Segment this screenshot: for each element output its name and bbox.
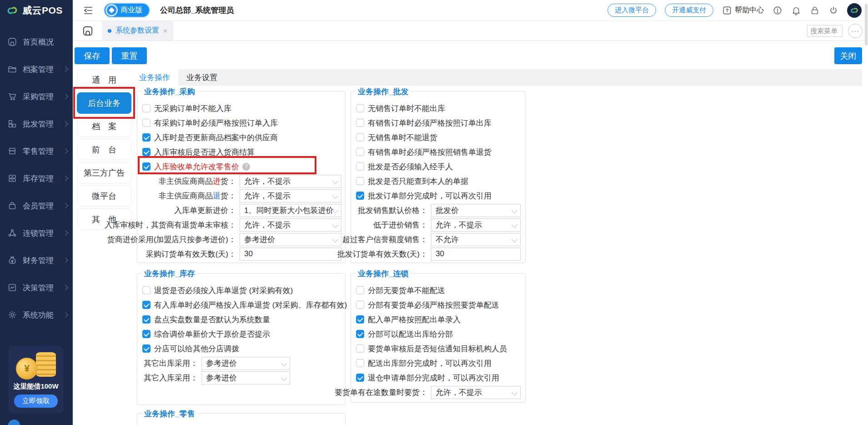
select-dropdown[interactable]: 不允许: [431, 233, 521, 246]
select-dropdown[interactable]: 允许，不提示: [240, 175, 341, 188]
select-dropdown[interactable]: 允许，不提示: [240, 189, 341, 202]
select-dropdown[interactable]: 1、同时更新大小包装进价: [240, 204, 341, 217]
account-title: 公司总部_系统管理员: [160, 5, 234, 15]
tab-system-params[interactable]: 系统参数设置 ×: [102, 21, 173, 40]
help-center-label: 帮助中心: [735, 5, 764, 15]
field-value: 30: [244, 249, 253, 258]
sidebar-item-system-func[interactable]: 系统功能: [0, 301, 73, 329]
select-dropdown[interactable]: 允许，不提示: [240, 218, 341, 232]
save-button[interactable]: 保存: [75, 47, 110, 64]
checkbox-unchecked[interactable]: [356, 359, 364, 367]
select-dropdown[interactable]: 参考进价: [201, 357, 290, 370]
settings-nav-general[interactable]: 通 用: [77, 69, 131, 91]
checkbox-unchecked[interactable]: [356, 104, 364, 112]
lock-icon[interactable]: [810, 5, 820, 15]
bell-icon[interactable]: [791, 5, 801, 15]
select-dropdown[interactable]: 参考进价: [240, 233, 341, 246]
checkbox-unchecked[interactable]: [356, 344, 364, 353]
sidebar-item-member-mgmt[interactable]: 会员管理: [0, 192, 73, 219]
checkbox-checked[interactable]: [356, 330, 364, 338]
reset-button[interactable]: 重置: [112, 47, 147, 64]
setting-checkbox-row: 无销售单时不能退货: [351, 130, 525, 145]
settings-nav-archive[interactable]: 档 案: [77, 116, 131, 137]
settings-nav-micro-platform[interactable]: 微平台: [77, 185, 131, 207]
sidebar-item-decision-mgmt[interactable]: 决策管理: [0, 274, 73, 301]
checkbox-unchecked[interactable]: [356, 162, 364, 171]
setting-checkbox-row: 入库时是否更新商品档案中的供应商: [137, 130, 345, 145]
promo-text: 这里能借100W: [9, 382, 63, 391]
store-icon: [7, 146, 17, 156]
sidebar-item-retail-mgmt[interactable]: 零售管理: [0, 137, 73, 165]
header-actions: 进入微平台开通威支付 ? 帮助中心: [607, 3, 868, 18]
select-dropdown[interactable]: 允许，不提示: [431, 386, 521, 399]
sidebar-item-wholesale-mgmt[interactable]: 批发管理: [0, 110, 73, 137]
checkbox-unchecked[interactable]: [142, 104, 151, 112]
checkbox-checked[interactable]: [142, 148, 151, 156]
settings-nav-third-party-ads[interactable]: 第三方广告: [77, 162, 131, 183]
edition-badge[interactable]: 商业版: [104, 3, 150, 18]
open-wepay-button[interactable]: 开通威支付: [665, 4, 713, 17]
select-dropdown[interactable]: 批发价: [431, 204, 521, 217]
sidebar-item-inventory-mgmt[interactable]: 库存管理: [0, 165, 73, 192]
menu-search-input[interactable]: [807, 25, 843, 37]
checkbox-checked[interactable]: [356, 192, 364, 200]
field-value: 不允许: [436, 234, 459, 245]
sidebar-item-home-overview[interactable]: 首页概况: [0, 28, 73, 56]
claim-now-button[interactable]: 立即领取: [14, 395, 58, 408]
sidebar-item-purchase-mgmt[interactable]: 采购管理: [0, 83, 73, 110]
checkbox-label: 有入库单时必须严格按入库单退货 (对采购、库存都有效): [154, 300, 347, 310]
checkbox-checked[interactable]: [142, 133, 151, 142]
checkbox-checked[interactable]: [142, 344, 151, 353]
home-icon[interactable]: [82, 25, 94, 37]
checkbox-unchecked[interactable]: [356, 177, 364, 185]
sidebar-item-label: 批发管理: [23, 119, 54, 129]
page-scrollbar[interactable]: [864, 0, 868, 425]
select-dropdown[interactable]: 允许，不提示: [431, 218, 521, 232]
checkbox-unchecked[interactable]: [356, 133, 364, 142]
power-icon[interactable]: [828, 5, 838, 15]
checkbox-unchecked[interactable]: [356, 148, 364, 156]
checkbox-checked[interactable]: [142, 301, 151, 309]
checkbox-checked[interactable]: [142, 330, 151, 338]
select-dropdown[interactable]: 参考进价: [201, 371, 290, 385]
sidebar-item-finance-mgmt[interactable]: 财务管理: [0, 247, 73, 274]
cart-icon: [7, 91, 17, 101]
section-chain: 业务操作_连锁 分部无要货单不能配送分部有要货单必须严格按照要货单配送配入单严格…: [351, 273, 526, 403]
ellipsis-icon[interactable]: ···: [848, 24, 863, 38]
checkbox-unchecked[interactable]: [356, 286, 364, 294]
checkbox-checked[interactable]: [142, 315, 151, 324]
close-button[interactable]: 关闭: [834, 47, 862, 64]
help-center[interactable]: ? 帮助中心: [722, 5, 764, 15]
settings-category-nav: 通 用后台业务档 案前 台第三方广告微平台其 他: [77, 69, 131, 232]
checkbox-checked[interactable]: [142, 162, 151, 171]
svg-text:?: ?: [726, 8, 729, 13]
sidebar-item-archive-mgmt[interactable]: 档案管理: [0, 56, 73, 83]
sidebar-item-chain-mgmt[interactable]: 连锁管理: [0, 219, 73, 247]
checkbox-checked[interactable]: [356, 374, 364, 382]
question-help-icon[interactable]: ?: [242, 163, 250, 171]
settings-nav-backend-business[interactable]: 后台业务: [77, 92, 131, 114]
close-icon[interactable]: ×: [163, 27, 167, 35]
enter-micro-platform-button[interactable]: 进入微平台: [607, 4, 656, 17]
checkbox-unchecked[interactable]: [356, 119, 364, 127]
number-input[interactable]: 30: [431, 248, 521, 261]
section-wholesale: 业务操作_批发 无销售订单时不能出库有销售订单时必须严格按照订单出库无销售单时不…: [351, 91, 526, 263]
checkbox-unchecked[interactable]: [356, 301, 364, 309]
tab-business-operation[interactable]: 业务操作: [131, 69, 178, 86]
chevron-down-icon: [332, 222, 338, 228]
field-label: 货商进价采用(加盟店只按参考进价)：: [107, 234, 236, 245]
checkbox-label: 批发是否只能查到本人的单据: [368, 176, 468, 187]
section-purchase: 业务操作_采购 无采购订单时不能入库有采购订单时必须严格按照订单入库入库时是否更…: [137, 91, 346, 263]
tab-business-setting[interactable]: 业务设置: [178, 69, 226, 86]
settings-nav-front-desk[interactable]: 前 台: [77, 139, 131, 160]
alert-icon[interactable]: [773, 5, 783, 15]
checkbox-label: 无采购订单时不能入库: [154, 103, 231, 114]
scrollbar-thumb[interactable]: [865, 4, 868, 46]
user-avatar[interactable]: [847, 3, 862, 18]
menu-fold-icon[interactable]: [83, 5, 94, 16]
checkbox-unchecked[interactable]: [142, 119, 151, 127]
number-input[interactable]: 30: [240, 248, 341, 261]
floating-icon[interactable]: [8, 420, 20, 425]
checkbox-checked[interactable]: [356, 315, 364, 324]
checkbox-unchecked[interactable]: [142, 286, 151, 294]
